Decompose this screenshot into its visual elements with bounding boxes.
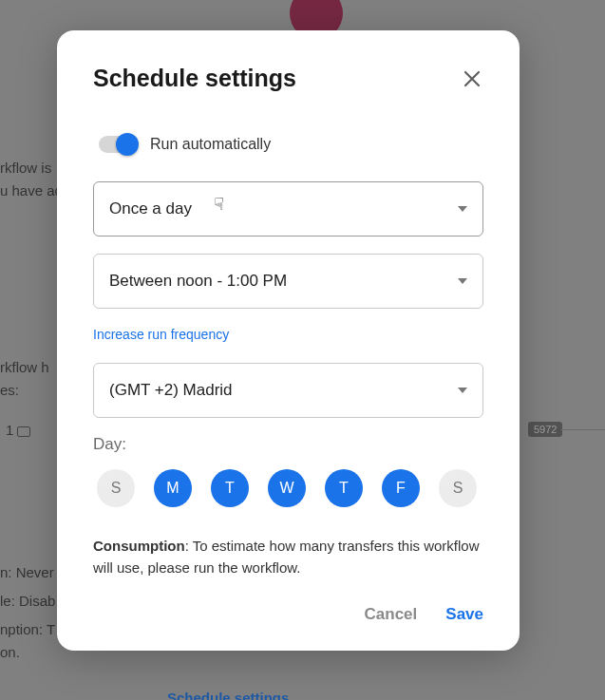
chevron-down-icon [458, 388, 467, 393]
toggle-label: Run automatically [150, 136, 271, 153]
chevron-down-icon [458, 206, 467, 212]
day-tuesday[interactable]: T [211, 469, 249, 507]
chevron-down-icon [458, 278, 467, 284]
day-label: Day: [93, 435, 483, 454]
run-automatically-toggle[interactable] [99, 136, 137, 153]
consumption-note: Consumption: To estimate how many transf… [93, 536, 483, 578]
save-button[interactable]: Save [445, 605, 483, 624]
frequency-select[interactable]: Once a day ☟ [93, 181, 483, 236]
day-saturday[interactable]: S [439, 469, 477, 507]
modal-header: Schedule settings [93, 65, 483, 92]
day-friday[interactable]: F [382, 469, 420, 507]
cursor-hand-icon: ☟ [214, 194, 224, 215]
day-sunday[interactable]: S [97, 469, 135, 507]
day-wednesday[interactable]: W [268, 469, 306, 507]
run-automatically-row: Run automatically [93, 136, 483, 153]
consumption-label: Consumption [93, 538, 185, 554]
day-monday[interactable]: M [154, 469, 192, 507]
timezone-value: (GMT +2) Madrid [109, 381, 233, 400]
timezone-select[interactable]: (GMT +2) Madrid [93, 363, 483, 418]
day-thursday[interactable]: T [325, 469, 363, 507]
time-window-value: Between noon - 1:00 PM [109, 272, 287, 291]
day-picker: S M T W T F S [93, 469, 483, 507]
increase-frequency-link[interactable]: Increase run frequency [93, 327, 229, 342]
modal-title: Schedule settings [93, 65, 296, 92]
time-window-select[interactable]: Between noon - 1:00 PM [93, 254, 483, 309]
frequency-value: Once a day [109, 199, 192, 218]
close-button[interactable] [461, 67, 483, 90]
close-icon [461, 67, 483, 90]
modal-actions: Cancel Save [93, 605, 483, 624]
toggle-knob [116, 133, 139, 156]
cancel-button[interactable]: Cancel [365, 605, 418, 624]
schedule-settings-modal: Schedule settings Run automatically Once… [57, 30, 520, 651]
